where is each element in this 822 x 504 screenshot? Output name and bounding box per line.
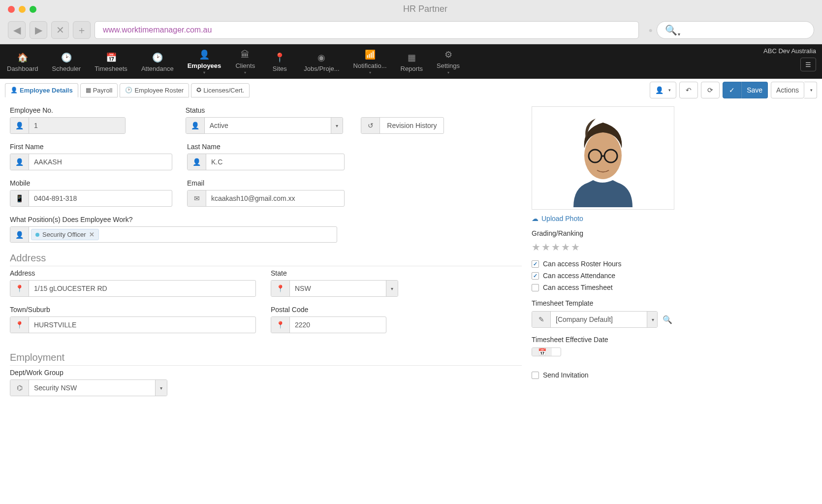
gear-icon: ⚙ bbox=[444, 49, 452, 60]
nav-notificatio[interactable]: 📶Notificatio...▾ bbox=[347, 44, 394, 79]
history-icon: ↺ bbox=[361, 118, 380, 133]
pin-icon: 📍 bbox=[271, 317, 290, 333]
pin-icon: 📍 bbox=[10, 281, 29, 296]
nav-timesheets[interactable]: 📅Timesheets bbox=[88, 44, 134, 79]
status-label: Status bbox=[186, 106, 347, 114]
state-select[interactable] bbox=[290, 281, 386, 296]
chevron-down-icon[interactable]: ▾ bbox=[386, 281, 398, 296]
calendar-icon[interactable]: 📅 bbox=[532, 348, 552, 356]
nav-jobsproje[interactable]: ◉Jobs/Proje... bbox=[297, 44, 346, 79]
remove-tag-button[interactable]: ✕ bbox=[89, 231, 95, 238]
chevron-down-icon[interactable]: ▾ bbox=[155, 380, 167, 396]
refresh-button[interactable]: ⟳ bbox=[701, 82, 720, 98]
clock-icon: 🕑 bbox=[152, 52, 163, 63]
mobile-field[interactable] bbox=[29, 190, 172, 206]
browser-search-bar[interactable]: 🔍▾ bbox=[657, 21, 814, 39]
pin-icon: 📍 bbox=[271, 281, 290, 296]
positions-label: What Position(s) Does Employee Work? bbox=[10, 216, 337, 223]
employee-no-field: 1 bbox=[29, 118, 125, 133]
home-icon: 🏠 bbox=[17, 52, 28, 63]
rating-stars[interactable]: ★★★★★ bbox=[532, 241, 674, 253]
address-label: Address bbox=[10, 269, 256, 277]
address-field[interactable] bbox=[29, 281, 255, 296]
add-tab-button[interactable]: ＋ bbox=[73, 21, 91, 39]
save-button[interactable]: Save bbox=[741, 82, 768, 98]
user-icon: 👤 bbox=[10, 154, 29, 170]
nav-reports[interactable]: ▦Reports bbox=[394, 44, 430, 79]
nav-scheduler[interactable]: 🕑Scheduler bbox=[45, 44, 88, 79]
postal-label: Postal Code bbox=[271, 306, 386, 314]
template-search-button[interactable]: 🔍 bbox=[661, 311, 674, 328]
nav-sites[interactable]: 📍Sites bbox=[262, 44, 297, 79]
window-close-button[interactable] bbox=[8, 6, 15, 13]
positions-field[interactable]: Security Officer ✕ bbox=[29, 227, 101, 242]
revision-history-button[interactable]: ↺ Revision History bbox=[361, 117, 444, 134]
town-field[interactable] bbox=[29, 317, 255, 333]
chevron-down-icon[interactable]: ▾ bbox=[647, 312, 658, 327]
menu-button[interactable]: ☰ bbox=[800, 58, 816, 71]
checkbox-canaccesstimesheet[interactable]: Can access Timesheet bbox=[532, 284, 674, 291]
chevron-down-icon: ▾ bbox=[810, 88, 813, 93]
address-section-header: Address bbox=[10, 252, 522, 266]
status-select[interactable] bbox=[205, 118, 331, 133]
nav-settings[interactable]: ⚙Settings▾ bbox=[430, 44, 467, 79]
chevron-down-icon[interactable]: ▾ bbox=[331, 118, 343, 133]
employment-section-header: Employment bbox=[10, 352, 522, 366]
checkbox-canaccessrosterhours[interactable]: Can access Roster Hours bbox=[532, 260, 674, 268]
mobile-label: Mobile bbox=[10, 179, 172, 187]
user-menu-button[interactable]: 👤▾ bbox=[650, 82, 676, 98]
chevron-down-icon: ▾ bbox=[244, 70, 246, 75]
search-icon: 🔍 bbox=[663, 315, 672, 324]
url-text: www.worktimemanager.com.au bbox=[103, 26, 212, 34]
actions-caret-button[interactable]: ▾ bbox=[804, 82, 817, 98]
search-icon: 🔍▾ bbox=[665, 24, 677, 36]
tab-payroll[interactable]: ▦Payroll bbox=[80, 83, 118, 97]
nav-employees[interactable]: 👤Employees▾ bbox=[181, 44, 228, 79]
building-icon: 🏛 bbox=[241, 50, 250, 60]
dot-icon bbox=[35, 233, 39, 237]
grid-icon: ▦ bbox=[408, 52, 416, 63]
template-label: Timesheet Template bbox=[532, 299, 674, 307]
state-label: State bbox=[271, 269, 398, 277]
nav-attendance[interactable]: 🕑Attendance bbox=[134, 44, 181, 79]
stop-button[interactable]: ✕ bbox=[51, 21, 69, 39]
sitemap-icon: ⌬ bbox=[10, 380, 29, 396]
phone-icon: 📱 bbox=[10, 190, 29, 206]
undo-button[interactable]: ↶ bbox=[679, 82, 698, 98]
first-name-field[interactable] bbox=[29, 154, 172, 170]
tab-employeeroster[interactable]: 🕑Employee Roster bbox=[120, 83, 189, 97]
email-field[interactable] bbox=[206, 190, 344, 206]
check-icon: ✓ bbox=[729, 86, 735, 94]
dept-select[interactable] bbox=[29, 380, 155, 396]
dash-icon: ◉ bbox=[317, 52, 325, 63]
envelope-icon: ✉ bbox=[188, 190, 206, 206]
forward-button[interactable]: ▶ bbox=[30, 21, 47, 39]
send-invitation-checkbox[interactable]: Send Invitation bbox=[532, 371, 674, 379]
window-minimize-button[interactable] bbox=[19, 6, 26, 13]
last-name-label: Last Name bbox=[187, 143, 345, 151]
feed-icon: 📶 bbox=[365, 49, 376, 60]
position-tag: Security Officer ✕ bbox=[31, 229, 99, 240]
actions-dropdown[interactable]: Actions bbox=[771, 82, 804, 98]
user-icon: 👤 bbox=[655, 86, 664, 94]
user-icon: 👤 bbox=[188, 154, 206, 170]
template-select[interactable] bbox=[551, 312, 647, 327]
nav-dashboard[interactable]: 🏠Dashboard bbox=[0, 44, 45, 79]
avatar-image bbox=[559, 109, 647, 207]
grading-label: Grading/Ranking bbox=[532, 229, 674, 237]
checkbox-canaccessattendance[interactable]: Can access Attendance bbox=[532, 272, 674, 280]
tab-licensescert[interactable]: ✪Licenses/Cert. bbox=[191, 83, 250, 97]
person-icon: 👤 bbox=[199, 49, 210, 60]
user-icon: 👤 bbox=[10, 118, 29, 133]
back-button[interactable]: ◀ bbox=[8, 21, 26, 39]
upload-photo-link[interactable]: ☁ Upload Photo bbox=[532, 215, 674, 222]
nav-clients[interactable]: 🏛Clients▾ bbox=[228, 44, 262, 79]
undo-icon: ↶ bbox=[686, 86, 692, 94]
tab-employeedetails[interactable]: 👤Employee Details bbox=[5, 83, 78, 97]
window-maximize-button[interactable] bbox=[30, 6, 36, 13]
confirm-button[interactable]: ✓ bbox=[723, 82, 741, 98]
last-name-field[interactable] bbox=[206, 154, 344, 170]
url-bar[interactable]: www.worktimemanager.com.au bbox=[95, 21, 639, 39]
dept-label: Dept/Work Group bbox=[10, 369, 167, 377]
postal-field[interactable] bbox=[290, 317, 386, 333]
